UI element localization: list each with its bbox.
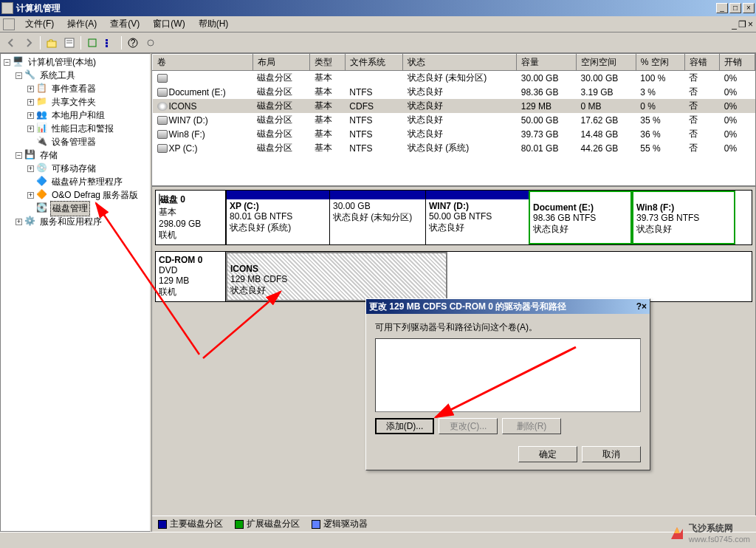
menu-file[interactable]: 文件(F)	[19, 16, 60, 32]
mdi-icon	[3, 18, 15, 30]
watermark: 飞沙系统网 www.fs0745.com	[670, 522, 750, 544]
dialog-titlebar: 更改 129 MB CDFS CD-ROM 0 的驱动器号和路径 ? ×	[366, 299, 650, 314]
refresh-button[interactable]	[84, 35, 100, 51]
tree-root[interactable]: −🖥️计算机管理(本地)	[2, 55, 148, 69]
dialog-help-button[interactable]: ?	[636, 301, 642, 312]
toolbar: ?	[0, 32, 756, 53]
col-fs[interactable]: 文件系统	[345, 55, 403, 71]
tree-diskmgmt[interactable]: 💽磁盘管理	[26, 202, 148, 215]
close-button[interactable]: ×	[743, 3, 755, 13]
tree-perf[interactable]: +📊性能日志和警报	[26, 122, 148, 135]
up-button[interactable]	[44, 35, 60, 51]
table-row[interactable]: 磁盘分区基本状态良好 (未知分区)30.00 GB30.00 GB100 %否0…	[153, 71, 755, 86]
col-fault[interactable]: 容错	[684, 55, 720, 71]
remove-button[interactable]: 删除(R)	[502, 418, 561, 434]
tree-panel[interactable]: −🖥️计算机管理(本地) −🔧系统工具 +📋事件查看器 +📁共享文件夹 +👥本地…	[0, 53, 151, 532]
svg-point-10	[148, 40, 154, 46]
col-status[interactable]: 状态	[403, 55, 517, 71]
tree-eventviewer[interactable]: +📋事件查看器	[26, 82, 148, 95]
table-row[interactable]: Document (E:)磁盘分区基本NTFS状态良好98.36 GB3.19 …	[153, 85, 755, 99]
menu-window[interactable]: 窗口(W)	[147, 16, 190, 32]
col-volume[interactable]: 卷	[153, 55, 253, 71]
tree-storage[interactable]: −💾存储	[14, 148, 148, 162]
disk-0-row[interactable]: 磁盘 0 基本 298.09 GB 联机 XP (C:)80.01 GB NTF…	[155, 190, 752, 245]
help-button[interactable]: ?	[125, 35, 141, 51]
forward-button[interactable]	[21, 35, 37, 51]
tree-removable[interactable]: +💿可移动存储	[26, 162, 148, 175]
cancel-button[interactable]: 取消	[582, 446, 641, 462]
col-layout[interactable]: 布局	[252, 55, 309, 71]
disk-0-info: 磁盘 0 基本 298.09 GB 联机	[156, 191, 226, 244]
disk-partition[interactable]: XP (C:)80.01 GB NTFS状态良好 (系统)	[226, 191, 329, 244]
legend: 主要磁盘分区 扩展磁盘分区 逻辑驱动器	[152, 516, 756, 532]
menu-bar: 文件(F) 操作(A) 查看(V) 窗口(W) 帮助(H) _ ❐ ×	[0, 16, 756, 32]
tree-systools[interactable]: −🔧系统工具	[14, 69, 148, 82]
table-row[interactable]: WIN7 (D:)磁盘分区基本NTFS状态良好50.00 GB17.62 GB3…	[153, 113, 755, 127]
window-titlebar: 计算机管理 _ □ ×	[0, 0, 756, 16]
watermark-logo-icon	[670, 526, 684, 541]
dialog-close-button[interactable]: ×	[642, 301, 647, 312]
table-row[interactable]: ICONS磁盘分区基本CDFS状态良好129 MB0 MB0 %否0%	[153, 99, 755, 113]
status-bar	[0, 532, 756, 548]
menu-view[interactable]: 查看(V)	[104, 16, 145, 32]
tree-devmgr[interactable]: 🔌设备管理器	[26, 135, 148, 148]
settings-button[interactable]	[142, 35, 159, 51]
change-button[interactable]: 更改(C)...	[439, 418, 498, 434]
add-button[interactable]: 添加(D)...	[375, 418, 434, 434]
minimize-button[interactable]: _	[716, 3, 728, 13]
col-capacity[interactable]: 容量	[517, 55, 577, 71]
col-pctfree[interactable]: % 空闲	[636, 55, 684, 71]
ok-button[interactable]: 确定	[518, 446, 577, 462]
dialog-listbox[interactable]	[375, 338, 641, 412]
menu-help[interactable]: 帮助(H)	[193, 16, 235, 32]
disk-partition[interactable]: 30.00 GB状态良好 (未知分区)	[329, 191, 425, 244]
disk-partition[interactable]: WIN7 (D:)50.00 GB NTFS状态良好	[425, 191, 529, 244]
back-button[interactable]	[3, 35, 19, 51]
tree-services[interactable]: +⚙️服务和应用程序	[14, 215, 148, 228]
window-title: 计算机管理	[16, 2, 716, 15]
volume-list[interactable]: 卷 布局 类型 文件系统 状态 容量 空闲空间 % 空闲 容错 开销 磁盘分区基…	[151, 53, 756, 186]
col-type[interactable]: 类型	[310, 55, 346, 71]
tree-oodefrag[interactable]: +🔶O&O Defrag 服务器版	[26, 188, 148, 202]
disk-partition[interactable]: Win8 (F:)39.73 GB NTFS状态良好	[632, 191, 735, 244]
menu-action[interactable]: 操作(A)	[61, 16, 103, 32]
app-icon	[1, 2, 13, 14]
tree-localusers[interactable]: +👥本地用户和组	[26, 109, 148, 122]
svg-rect-0	[47, 41, 56, 47]
properties-button[interactable]	[61, 35, 78, 51]
svg-rect-6	[106, 42, 108, 44]
cdrom-partition-icons[interactable]: ICONS 129 MB CDFS 状态良好	[226, 252, 447, 301]
col-overhead[interactable]: 开销	[720, 55, 755, 71]
list-view-button[interactable]	[102, 35, 118, 51]
svg-rect-7	[106, 45, 108, 47]
svg-rect-4	[89, 39, 96, 47]
svg-text:?: ?	[131, 38, 136, 48]
tree-defrag[interactable]: 🔷磁盘碎片整理程序	[26, 175, 148, 188]
table-row[interactable]: Win8 (F:)磁盘分区基本NTFS状态良好39.73 GB14.48 GB3…	[153, 127, 755, 141]
mdi-minimize-button[interactable]: _	[732, 19, 737, 30]
mdi-close-button[interactable]: ×	[748, 19, 753, 30]
table-row[interactable]: XP (C:)磁盘分区基本NTFS状态良好 (系统)80.01 GB44.26 …	[153, 141, 755, 155]
disk-partition[interactable]: Document (E:)98.36 GB NTFS状态良好	[529, 191, 632, 244]
svg-rect-5	[106, 39, 108, 41]
mdi-restore-button[interactable]: ❐	[738, 19, 746, 30]
tree-sharedfolders[interactable]: +📁共享文件夹	[26, 95, 148, 109]
cdrom-0-row[interactable]: CD-ROM 0 DVD 129 MB 联机 ICONS 129 MB CDFS…	[155, 251, 752, 302]
col-freespace[interactable]: 空闲空间	[577, 55, 636, 71]
dialog-instruction: 可用下列驱动器号和路径访问这个卷(A)。	[375, 321, 641, 334]
change-drive-letter-dialog: 更改 129 MB CDFS CD-ROM 0 的驱动器号和路径 ? × 可用下…	[365, 298, 650, 470]
maximize-button[interactable]: □	[729, 3, 741, 13]
cdrom-0-info: CD-ROM 0 DVD 129 MB 联机	[156, 252, 226, 301]
